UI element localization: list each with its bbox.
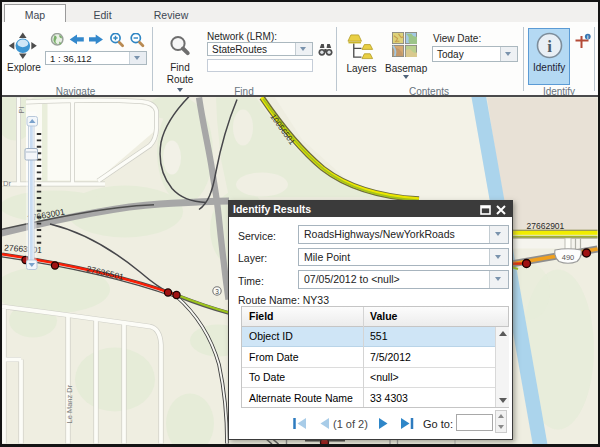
svg-text:Pl: Pl xyxy=(17,106,26,113)
svg-text:Dr: Dr xyxy=(3,179,11,188)
svg-text:27663101: 27663101 xyxy=(4,243,43,256)
svg-text:i: i xyxy=(547,37,552,56)
svg-text:490: 490 xyxy=(562,253,575,262)
svg-text:Le Manz Dr: Le Manz Dr xyxy=(65,384,74,423)
svg-text:27662901: 27662901 xyxy=(527,221,565,231)
svg-text:3: 3 xyxy=(215,288,219,295)
